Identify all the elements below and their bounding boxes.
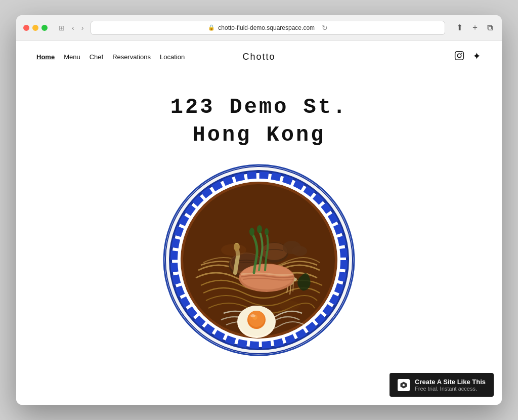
browser-controls: ⊞ ‹ › — [57, 23, 85, 33]
svg-point-27 — [265, 228, 269, 235]
svg-point-1 — [457, 54, 461, 58]
squarespace-logo — [398, 379, 410, 391]
ramen-bowl-image — [158, 159, 360, 361]
new-tab-button[interactable]: ＋ — [469, 21, 481, 34]
hero-section: 123 Demo St. Hong Kong — [16, 73, 502, 405]
address-line2: Hong Kong — [170, 121, 348, 149]
minimize-button[interactable] — [32, 25, 38, 31]
svg-line-22 — [293, 281, 293, 291]
nav-chef[interactable]: Chef — [90, 53, 103, 61]
lock-icon: 🔒 — [208, 24, 215, 31]
nav-reservations[interactable]: Reservations — [112, 53, 151, 61]
forward-button[interactable]: › — [79, 23, 86, 33]
back-button[interactable]: ‹ — [70, 23, 76, 33]
site-title: Chotto — [242, 52, 275, 62]
website-content: Home Menu Chef Reservations Location Cho… — [16, 40, 502, 405]
traffic-lights — [23, 25, 48, 31]
yelp-icon[interactable]: ✦ — [471, 51, 482, 63]
reload-icon[interactable]: ↻ — [322, 24, 328, 32]
address-bar[interactable]: 🔒 chotto-fluid-demo.squarespace.com ↻ — [91, 21, 445, 35]
nav-menu[interactable]: Menu — [64, 53, 80, 61]
svg-point-26 — [257, 225, 262, 233]
svg-point-35 — [221, 244, 246, 256]
svg-point-24 — [240, 264, 293, 289]
svg-point-25 — [249, 228, 254, 236]
svg-point-2 — [461, 53, 462, 54]
maximize-button[interactable] — [41, 25, 48, 31]
site-navigation: Home Menu Chef Reservations Location Cho… — [16, 40, 502, 73]
nav-right: ✦ — [454, 51, 482, 63]
instagram-icon[interactable] — [454, 51, 464, 63]
nav-home[interactable]: Home — [36, 53, 55, 61]
browser-actions: ⬆ ＋ ⧉ — [454, 21, 495, 34]
close-button[interactable] — [23, 25, 29, 31]
svg-text:✦: ✦ — [473, 52, 480, 61]
url-text: chotto-fluid-demo.squarespace.com — [218, 24, 315, 31]
address-line1: 123 Demo St. — [170, 94, 348, 121]
browser-window: ⊞ ‹ › 🔒 chotto-fluid-demo.squarespace.co… — [16, 15, 502, 405]
squarespace-cta: Create A Site Like This — [415, 378, 486, 386]
browser-chrome: ⊞ ‹ › 🔒 chotto-fluid-demo.squarespace.co… — [16, 15, 502, 40]
tabs-button[interactable]: ⧉ — [485, 22, 495, 33]
squarespace-subtitle: Free trial. Instant access. — [415, 386, 486, 392]
svg-rect-0 — [455, 52, 464, 60]
sidebar-toggle-button[interactable]: ⊞ — [57, 23, 67, 33]
squarespace-banner[interactable]: Create A Site Like This Free trial. Inst… — [390, 373, 494, 397]
nav-left: Home Menu Chef Reservations Location — [36, 53, 185, 61]
hero-address: 123 Demo St. Hong Kong — [170, 94, 348, 149]
nav-location[interactable]: Location — [160, 53, 185, 61]
svg-point-34 — [250, 314, 255, 317]
svg-point-16 — [292, 246, 307, 256]
nav-center: Chotto — [242, 52, 275, 62]
svg-point-36 — [279, 301, 299, 311]
share-button[interactable]: ⬆ — [454, 22, 465, 33]
squarespace-text: Create A Site Like This Free trial. Inst… — [415, 378, 486, 392]
